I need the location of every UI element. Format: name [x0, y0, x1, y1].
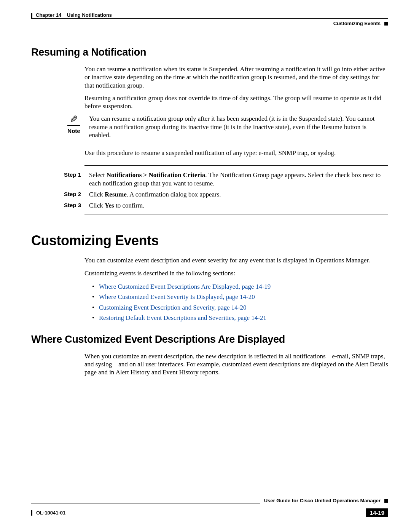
footer-page-number: 14-19	[366, 508, 388, 517]
heading-customizing-events: Customizing Events	[31, 233, 388, 249]
link-list: Where Customized Event Descriptions Are …	[92, 282, 388, 323]
square-icon	[384, 22, 388, 26]
step-row: Step 2 Click Resume. A confirmation dial…	[64, 190, 388, 198]
step-label: Step 2	[64, 190, 84, 197]
header-section-right: Customizing Events	[333, 21, 388, 26]
body-text: You can resume a notification when its s…	[84, 65, 388, 89]
header-chapter: Chapter 14 Using Notifications	[36, 12, 112, 18]
cross-reference-link[interactable]: Restoring Default Event Descriptions and…	[99, 314, 266, 321]
pencil-icon: ✎	[67, 115, 80, 126]
header-bar-icon	[31, 13, 32, 18]
step-text: Select Notifications > Notification Crit…	[89, 171, 388, 187]
body-text: When you customize an event description,…	[84, 352, 388, 377]
body-text: Customizing events is described in the f…	[84, 269, 388, 277]
footer-bar-icon	[31, 510, 32, 516]
cross-reference-link[interactable]: Customizing Event Description and Severi…	[99, 304, 246, 311]
cross-reference-link[interactable]: Where Customized Event Severity Is Displ…	[99, 293, 255, 300]
step-row: Step 1 Select Notifications > Notificati…	[64, 171, 388, 187]
separator-rule	[84, 214, 388, 214]
page-header: Chapter 14 Using Notifications Customizi…	[31, 11, 388, 27]
separator-rule	[84, 165, 388, 166]
list-item: Customizing Event Description and Severi…	[92, 303, 388, 313]
step-label: Step 1	[64, 171, 84, 178]
list-item: Where Customized Event Severity Is Displ…	[92, 292, 388, 302]
list-item: Restoring Default Event Descriptions and…	[92, 313, 388, 323]
chapter-title: Using Notifications	[67, 12, 112, 18]
heading-resuming-notification: Resuming a Notification	[31, 46, 388, 58]
cross-reference-link[interactable]: Where Customized Event Descriptions Are …	[99, 283, 271, 290]
note-label: Note	[67, 128, 80, 134]
header-rule	[31, 18, 388, 19]
header-section-text: Customizing Events	[333, 21, 381, 26]
list-item: Where Customized Event Descriptions Are …	[92, 282, 388, 292]
page-footer: User Guide for Cisco Unified Operations …	[31, 499, 388, 518]
steps-list: Step 1 Select Notifications > Notificati…	[64, 171, 388, 209]
body-text: You can customize event description and …	[84, 256, 388, 264]
step-text: Click Resume. A confirmation dialog box …	[89, 190, 388, 198]
step-label: Step 3	[64, 201, 84, 208]
footer-doc-title: User Guide for Cisco Unified Operations …	[260, 498, 388, 503]
chapter-label: Chapter 14	[36, 12, 61, 18]
square-icon	[384, 499, 388, 503]
step-row: Step 3 Click Yes to confirm.	[64, 201, 388, 209]
note-text: You can resume a notification group only…	[89, 115, 388, 139]
body-text: Resuming a notification group does not o…	[84, 94, 388, 110]
step-text: Click Yes to confirm.	[89, 201, 388, 209]
heading-where-descriptions-displayed: Where Customized Event Descriptions Are …	[31, 334, 388, 345]
footer-doc-id: OL-10041-01	[31, 510, 65, 516]
body-text: Use this procedure to resume a suspended…	[84, 149, 388, 157]
note-block: ✎ Note You can resume a notification gro…	[64, 115, 388, 139]
